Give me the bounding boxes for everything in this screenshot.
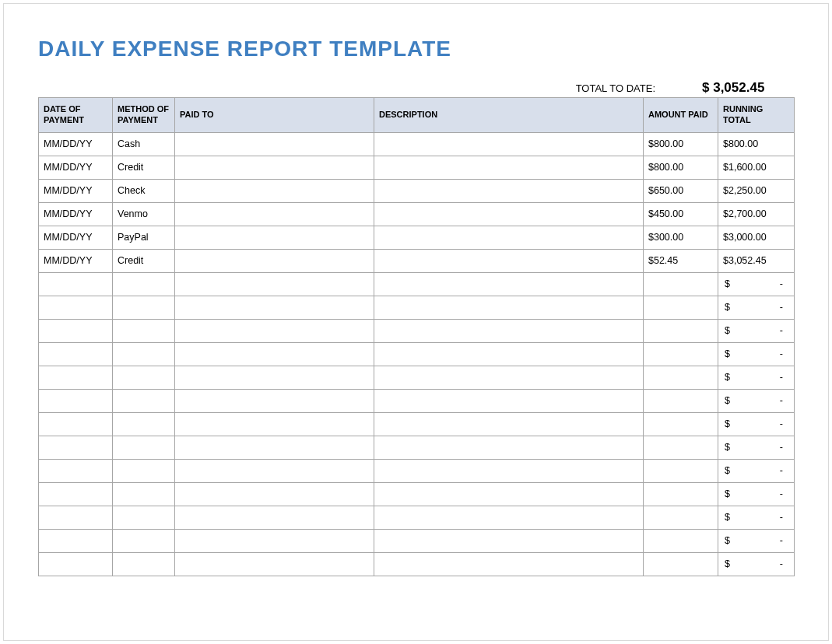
cell-description[interactable]: [374, 179, 644, 202]
cell-paid-to[interactable]: [175, 272, 374, 296]
cell-paid-to[interactable]: [175, 296, 374, 319]
cell-running-total[interactable]: $2,250.00: [718, 179, 795, 202]
cell-running-total[interactable]: $3,000.00: [718, 226, 795, 249]
cell-method[interactable]: Check: [113, 179, 175, 202]
cell-date[interactable]: [39, 296, 113, 319]
cell-date[interactable]: [39, 552, 113, 576]
cell-date[interactable]: [39, 319, 113, 342]
cell-date[interactable]: MM/DD/YY: [39, 202, 113, 226]
cell-paid-to[interactable]: [175, 552, 374, 576]
cell-date[interactable]: [39, 389, 113, 412]
cell-date[interactable]: [39, 529, 113, 552]
cell-running-total[interactable]: $-: [718, 436, 795, 459]
cell-running-total[interactable]: $1,600.00: [718, 156, 795, 179]
cell-amount[interactable]: $52.45: [644, 249, 718, 272]
cell-amount[interactable]: [644, 366, 718, 389]
cell-method[interactable]: Venmo: [113, 202, 175, 226]
cell-running-total[interactable]: $800.00: [718, 132, 795, 156]
cell-paid-to[interactable]: [175, 389, 374, 412]
cell-description[interactable]: [374, 132, 644, 156]
cell-paid-to[interactable]: [175, 342, 374, 366]
cell-amount[interactable]: [644, 506, 718, 529]
cell-paid-to[interactable]: [175, 319, 374, 342]
cell-method[interactable]: [113, 552, 175, 576]
cell-paid-to[interactable]: [175, 202, 374, 226]
cell-running-total[interactable]: $-: [718, 459, 795, 482]
cell-running-total[interactable]: $-: [718, 272, 795, 296]
cell-description[interactable]: [374, 249, 644, 272]
cell-amount[interactable]: [644, 459, 718, 482]
cell-paid-to[interactable]: [175, 459, 374, 482]
cell-description[interactable]: [374, 552, 644, 576]
cell-method[interactable]: [113, 366, 175, 389]
cell-running-total[interactable]: $-: [718, 412, 795, 436]
cell-paid-to[interactable]: [175, 226, 374, 249]
cell-description[interactable]: [374, 389, 644, 412]
cell-amount[interactable]: [644, 529, 718, 552]
cell-amount[interactable]: $800.00: [644, 156, 718, 179]
cell-method[interactable]: [113, 459, 175, 482]
cell-date[interactable]: [39, 506, 113, 529]
cell-running-total[interactable]: $-: [718, 529, 795, 552]
cell-date[interactable]: MM/DD/YY: [39, 179, 113, 202]
cell-running-total[interactable]: $-: [718, 389, 795, 412]
cell-paid-to[interactable]: [175, 506, 374, 529]
cell-description[interactable]: [374, 202, 644, 226]
cell-method[interactable]: [113, 389, 175, 412]
cell-running-total[interactable]: $-: [718, 319, 795, 342]
cell-paid-to[interactable]: [175, 132, 374, 156]
cell-running-total[interactable]: $-: [718, 296, 795, 319]
cell-description[interactable]: [374, 529, 644, 552]
cell-paid-to[interactable]: [175, 249, 374, 272]
cell-method[interactable]: [113, 436, 175, 459]
cell-amount[interactable]: [644, 436, 718, 459]
cell-method[interactable]: PayPal: [113, 226, 175, 249]
cell-method[interactable]: [113, 482, 175, 506]
cell-running-total[interactable]: $-: [718, 366, 795, 389]
cell-method[interactable]: [113, 529, 175, 552]
cell-amount[interactable]: [644, 552, 718, 576]
cell-amount[interactable]: $450.00: [644, 202, 718, 226]
cell-amount[interactable]: [644, 482, 718, 506]
cell-description[interactable]: [374, 319, 644, 342]
cell-amount[interactable]: [644, 272, 718, 296]
cell-running-total[interactable]: $-: [718, 482, 795, 506]
cell-date[interactable]: [39, 272, 113, 296]
cell-date[interactable]: [39, 342, 113, 366]
cell-description[interactable]: [374, 506, 644, 529]
cell-running-total[interactable]: $2,700.00: [718, 202, 795, 226]
cell-running-total[interactable]: $-: [718, 552, 795, 576]
cell-amount[interactable]: $650.00: [644, 179, 718, 202]
cell-description[interactable]: [374, 366, 644, 389]
cell-paid-to[interactable]: [175, 482, 374, 506]
cell-paid-to[interactable]: [175, 529, 374, 552]
cell-date[interactable]: [39, 366, 113, 389]
cell-method[interactable]: [113, 296, 175, 319]
cell-method[interactable]: Credit: [113, 156, 175, 179]
cell-description[interactable]: [374, 459, 644, 482]
cell-paid-to[interactable]: [175, 366, 374, 389]
cell-paid-to[interactable]: [175, 436, 374, 459]
cell-description[interactable]: [374, 436, 644, 459]
cell-running-total[interactable]: $-: [718, 342, 795, 366]
cell-description[interactable]: [374, 412, 644, 436]
cell-amount[interactable]: [644, 389, 718, 412]
cell-amount[interactable]: [644, 319, 718, 342]
cell-date[interactable]: [39, 412, 113, 436]
cell-date[interactable]: MM/DD/YY: [39, 132, 113, 156]
cell-method[interactable]: [113, 272, 175, 296]
cell-amount[interactable]: [644, 412, 718, 436]
cell-paid-to[interactable]: [175, 156, 374, 179]
cell-description[interactable]: [374, 342, 644, 366]
cell-amount[interactable]: $800.00: [644, 132, 718, 156]
cell-date[interactable]: [39, 436, 113, 459]
cell-description[interactable]: [374, 482, 644, 506]
cell-method[interactable]: Credit: [113, 249, 175, 272]
cell-description[interactable]: [374, 156, 644, 179]
cell-method[interactable]: [113, 319, 175, 342]
cell-running-total[interactable]: $3,052.45: [718, 249, 795, 272]
cell-amount[interactable]: [644, 296, 718, 319]
cell-description[interactable]: [374, 272, 644, 296]
cell-method[interactable]: [113, 506, 175, 529]
cell-paid-to[interactable]: [175, 179, 374, 202]
